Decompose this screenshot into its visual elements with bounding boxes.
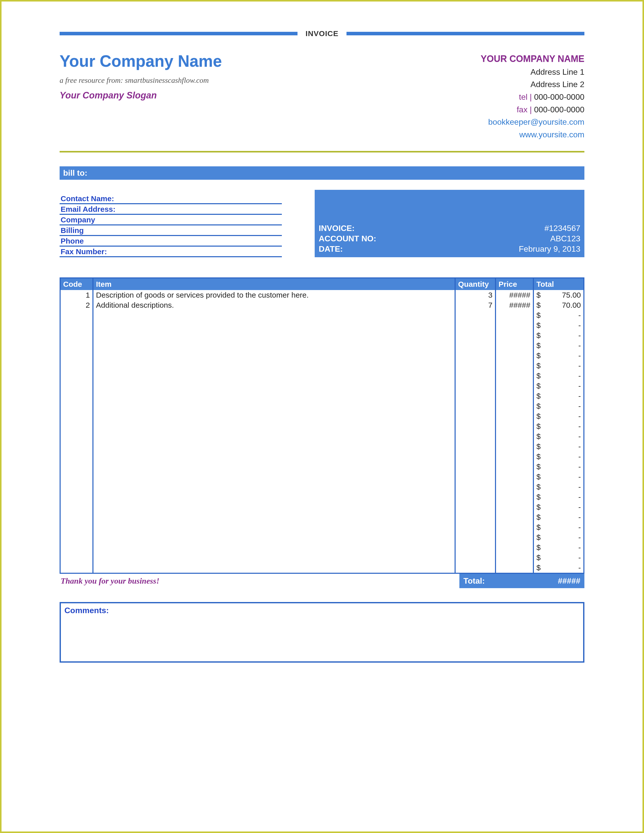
cell-code[interactable]: 1 — [60, 290, 93, 300]
cell-total[interactable]: $- — [533, 330, 584, 341]
cell-quantity[interactable] — [455, 532, 496, 542]
cell-total[interactable]: $- — [533, 371, 584, 381]
table-row[interactable]: $- — [60, 472, 584, 482]
cell-price[interactable] — [496, 442, 533, 452]
cell-code[interactable] — [60, 542, 93, 553]
table-row[interactable]: $- — [60, 532, 584, 542]
cell-total[interactable]: $- — [533, 391, 584, 401]
cell-item[interactable] — [93, 482, 455, 492]
cell-price[interactable]: ##### — [496, 290, 533, 300]
cell-code[interactable] — [60, 381, 93, 391]
cell-code[interactable] — [60, 563, 93, 573]
cell-price[interactable] — [496, 341, 533, 351]
cell-item[interactable] — [93, 431, 455, 442]
cell-quantity[interactable] — [455, 371, 496, 381]
cell-code[interactable]: 2 — [60, 300, 93, 310]
cell-price[interactable] — [496, 391, 533, 401]
cell-item[interactable] — [93, 330, 455, 341]
cell-item[interactable]: Additional descriptions. — [93, 300, 455, 310]
cell-total[interactable]: $- — [533, 472, 584, 482]
cell-item[interactable] — [93, 381, 455, 391]
cell-item[interactable] — [93, 341, 455, 351]
table-row[interactable]: $- — [60, 442, 584, 452]
cell-total[interactable]: $- — [533, 512, 584, 522]
cell-quantity[interactable] — [455, 512, 496, 522]
cell-item[interactable] — [93, 542, 455, 553]
cell-code[interactable] — [60, 442, 93, 452]
cell-total[interactable]: $- — [533, 553, 584, 563]
cell-price[interactable] — [496, 421, 533, 431]
cell-price[interactable] — [496, 563, 533, 573]
cell-code[interactable] — [60, 361, 93, 371]
cell-item[interactable]: Description of goods or services provide… — [93, 290, 455, 300]
billto-billing[interactable]: Billing — [60, 225, 282, 236]
table-row[interactable]: $- — [60, 563, 584, 573]
cell-total[interactable]: $- — [533, 431, 584, 442]
table-row[interactable]: $- — [60, 502, 584, 512]
table-row[interactable]: $- — [60, 341, 584, 351]
cell-code[interactable] — [60, 421, 93, 431]
table-row[interactable]: $- — [60, 553, 584, 563]
table-row[interactable]: $- — [60, 462, 584, 472]
cell-item[interactable] — [93, 371, 455, 381]
cell-total[interactable]: $75.00 — [533, 290, 584, 300]
cell-price[interactable] — [496, 532, 533, 542]
cell-total[interactable]: $- — [533, 462, 584, 472]
cell-quantity[interactable] — [455, 522, 496, 532]
cell-item[interactable] — [93, 462, 455, 472]
table-row[interactable]: 2Additional descriptions.7#####$70.00 — [60, 300, 584, 310]
billto-phone[interactable]: Phone — [60, 236, 282, 247]
billto-fax[interactable]: Fax Number: — [60, 247, 282, 257]
cell-total[interactable]: $- — [533, 492, 584, 502]
cell-item[interactable] — [93, 351, 455, 361]
cell-code[interactable] — [60, 411, 93, 421]
cell-quantity[interactable]: 3 — [455, 290, 496, 300]
cell-item[interactable] — [93, 522, 455, 532]
cell-price[interactable] — [496, 542, 533, 553]
cell-quantity[interactable] — [455, 351, 496, 361]
table-row[interactable]: $- — [60, 401, 584, 411]
cell-price[interactable] — [496, 522, 533, 532]
cell-code[interactable] — [60, 371, 93, 381]
cell-total[interactable]: $- — [533, 452, 584, 462]
cell-quantity[interactable] — [455, 492, 496, 502]
cell-code[interactable] — [60, 482, 93, 492]
cell-price[interactable]: ##### — [496, 300, 533, 310]
cell-price[interactable] — [496, 431, 533, 442]
cell-price[interactable] — [496, 502, 533, 512]
cell-code[interactable] — [60, 472, 93, 482]
table-row[interactable]: $- — [60, 512, 584, 522]
cell-price[interactable] — [496, 462, 533, 472]
cell-code[interactable] — [60, 553, 93, 563]
cell-code[interactable] — [60, 492, 93, 502]
cell-price[interactable] — [496, 472, 533, 482]
cell-code[interactable] — [60, 310, 93, 320]
table-row[interactable]: $- — [60, 361, 584, 371]
cell-quantity[interactable] — [455, 452, 496, 462]
cell-total[interactable]: $- — [533, 381, 584, 391]
cell-quantity[interactable] — [455, 381, 496, 391]
cell-quantity[interactable] — [455, 320, 496, 330]
cell-price[interactable] — [496, 361, 533, 371]
cell-code[interactable] — [60, 341, 93, 351]
cell-code[interactable] — [60, 320, 93, 330]
cell-quantity[interactable] — [455, 563, 496, 573]
cell-code[interactable] — [60, 532, 93, 542]
cell-item[interactable] — [93, 361, 455, 371]
cell-total[interactable]: $- — [533, 411, 584, 421]
cell-price[interactable] — [496, 330, 533, 341]
cell-price[interactable] — [496, 411, 533, 421]
cell-item[interactable] — [93, 512, 455, 522]
cell-item[interactable] — [93, 421, 455, 431]
cell-quantity[interactable] — [455, 431, 496, 442]
table-row[interactable]: $- — [60, 452, 584, 462]
cell-total[interactable]: $- — [533, 421, 584, 431]
cell-total[interactable]: $- — [533, 542, 584, 553]
table-row[interactable]: $- — [60, 381, 584, 391]
cell-total[interactable]: $- — [533, 361, 584, 371]
cell-item[interactable] — [93, 492, 455, 502]
cell-total[interactable]: $- — [533, 310, 584, 320]
cell-total[interactable]: $- — [533, 563, 584, 573]
table-row[interactable]: $- — [60, 391, 584, 401]
cell-quantity[interactable] — [455, 330, 496, 341]
